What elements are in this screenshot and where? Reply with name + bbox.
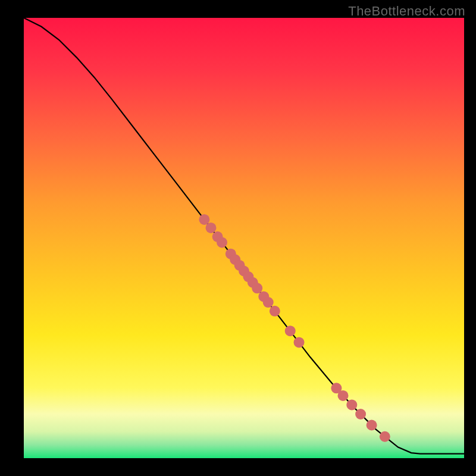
watermark-text: TheBottleneck.com — [348, 4, 465, 19]
bottleneck-curve-chart — [0, 0, 476, 476]
